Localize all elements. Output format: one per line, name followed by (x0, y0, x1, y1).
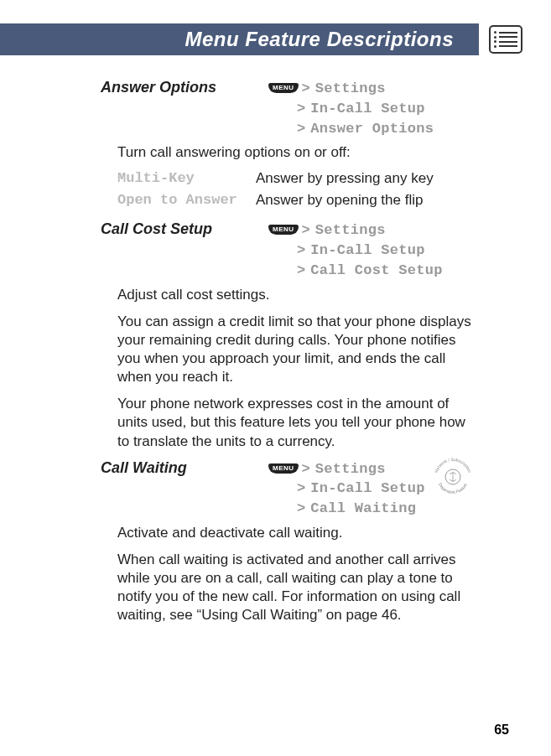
path-segment: Settings (315, 220, 386, 241)
section-title: Call Cost Setup (101, 220, 268, 238)
list-icon (489, 25, 522, 54)
menu-path-block: MENU > Settings > In-Call Setup > Call C… (268, 220, 480, 280)
chevron-icon: > (297, 241, 305, 261)
path-segment: Settings (315, 79, 386, 99)
menu-path-block: MENU > Settings > In-Call Setup > Answer… (268, 79, 480, 138)
chevron-icon: > (297, 99, 305, 119)
intro-text: Activate and deactivate call waiting. (117, 524, 480, 542)
header-bar: Menu Feature Descriptions (0, 23, 551, 55)
page-number: 65 (494, 722, 509, 738)
chevron-icon: > (302, 79, 310, 99)
svg-text:Dependent Feature: Dependent Feature (438, 482, 468, 495)
intro-text: Turn call answering options on or off: (117, 143, 480, 162)
path-segment: Settings (315, 459, 386, 479)
path-segment: Call Cost Setup (310, 261, 443, 281)
section-title: Call Waiting (101, 459, 268, 477)
option-desc: Answer by opening the flip (256, 192, 423, 209)
option-row: Open to Answer Answer by opening the fli… (117, 192, 480, 209)
chevron-icon: > (302, 459, 310, 479)
path-segment: In-Call Setup (310, 241, 425, 261)
section-answer-options: Answer Options MENU > Settings > In-Call… (101, 79, 480, 209)
option-label: Open to Answer (117, 192, 256, 209)
chevron-icon: > (297, 261, 305, 281)
chevron-icon: > (297, 499, 305, 519)
menu-button-icon: MENU (268, 225, 299, 235)
menu-button-icon: MENU (268, 463, 299, 474)
path-segment: In-Call Setup (310, 99, 425, 119)
paragraph: When call waiting is activated and anoth… (117, 551, 480, 624)
menu-path-block: MENU > Settings > In-Call Setup > Call W… (268, 459, 425, 519)
network-dependent-stamp-icon: Network / Subscription Dependent Feature (432, 456, 474, 498)
path-segment: In-Call Setup (310, 479, 425, 499)
svg-text:Network / Subscription: Network / Subscription (433, 457, 472, 474)
option-row: Multi-Key Answer by pressing any key (117, 170, 480, 187)
chevron-icon: > (302, 220, 310, 241)
section-call-waiting: Call Waiting MENU > Settings > In-Call S… (101, 459, 480, 625)
intro-text: Adjust call cost settings. (117, 286, 480, 304)
paragraph: You can assign a credit limit so that yo… (117, 313, 480, 386)
paragraph: Your phone network expresses cost in the… (117, 395, 480, 450)
page-title: Menu Feature Descriptions (185, 28, 454, 51)
path-segment: Answer Options (310, 119, 434, 139)
option-desc: Answer by pressing any key (256, 170, 434, 187)
section-call-cost: Call Cost Setup MENU > Settings > In-Cal… (101, 220, 480, 450)
content-area: Answer Options MENU > Settings > In-Call… (0, 55, 551, 624)
option-label: Multi-Key (117, 170, 256, 187)
menu-button-icon: MENU (268, 83, 299, 93)
chevron-icon: > (297, 479, 305, 499)
header-blue-strip: Menu Feature Descriptions (0, 23, 479, 55)
path-segment: Call Waiting (310, 499, 416, 519)
chevron-icon: > (297, 119, 305, 139)
section-title: Answer Options (101, 79, 268, 96)
